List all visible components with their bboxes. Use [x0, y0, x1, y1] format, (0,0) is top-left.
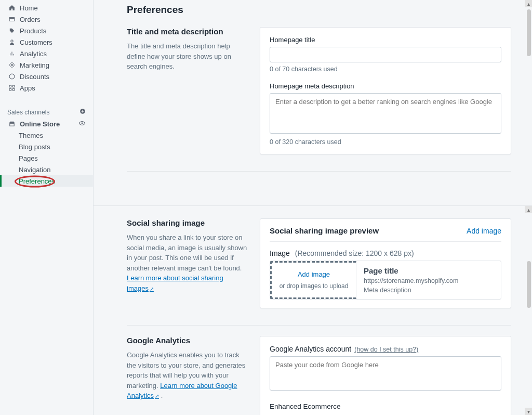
add-channel-icon[interactable]	[79, 108, 86, 116]
learn-social-sharing-link[interactable]: Learn more about social sharing images↗	[127, 274, 223, 292]
subnav-label: Blog posts	[19, 143, 50, 151]
section-title-meta: Title and meta description The title and…	[127, 27, 511, 166]
svg-point-19	[82, 122, 83, 124]
home-icon	[7, 4, 17, 11]
nav-discounts[interactable]: % Discounts	[0, 71, 93, 82]
discounts-icon: %	[7, 73, 17, 80]
nav-label: Online Store	[20, 120, 60, 128]
nav-label: Apps	[20, 84, 35, 92]
section-left: Social sharing image When you share a li…	[127, 218, 247, 293]
customers-icon	[7, 38, 17, 46]
section-description: When you share a link to your store on s…	[127, 232, 247, 293]
page-title: Preferences	[127, 4, 511, 16]
ga-account-label-row: Google Analytics account (how do I set t…	[270, 345, 501, 353]
apps-icon	[7, 84, 17, 92]
card-title: Social sharing image preview	[270, 226, 379, 235]
sidebar: Home Orders Products Customers Analytics	[0, 0, 94, 415]
nav-analytics[interactable]: Analytics	[0, 48, 93, 59]
scroll-up-arrow[interactable]: ▴	[525, 0, 532, 7]
nav-label: Orders	[20, 16, 41, 23]
nav-online-store[interactable]: Online Store	[0, 118, 93, 129]
desc-text: When you share a link to your store on s…	[127, 234, 247, 272]
section-left: Title and meta description The title and…	[127, 27, 247, 72]
image-dropzone[interactable]: Add image or drop images to upload	[270, 261, 356, 299]
external-link-icon: ↗	[150, 286, 154, 292]
subnav-label: Navigation	[19, 166, 50, 174]
section-google-analytics: Google Analytics Google Analytics enable…	[127, 336, 511, 415]
homepage-title-label: Homepage title	[270, 36, 501, 44]
nav-apps[interactable]: Apps	[0, 82, 93, 94]
homepage-title-input[interactable]	[270, 47, 501, 62]
panel-preferences-top: ▴ Preferences Title and meta description…	[94, 0, 532, 206]
subnav-blog-posts[interactable]: Blog posts	[0, 141, 93, 152]
enhanced-ecommerce-desc: You must upgrade to the latest version o…	[270, 412, 501, 415]
subnav-label: Preferences	[19, 177, 55, 185]
products-icon	[7, 27, 17, 34]
svg-point-7	[10, 63, 14, 67]
meta-description-input[interactable]	[270, 93, 501, 134]
scrollbar-thumb[interactable]	[527, 261, 531, 308]
dropzone-helper: or drop images to upload	[280, 282, 349, 290]
svg-rect-0	[9, 18, 15, 21]
scrollbar-thumb[interactable]	[527, 9, 531, 56]
subnav-themes[interactable]: Themes	[0, 129, 93, 141]
preview-page-title: Page title	[364, 266, 494, 275]
svg-rect-12	[12, 85, 15, 87]
section-description: The title and meta description help defi…	[127, 41, 247, 72]
nav-products[interactable]: Products	[0, 25, 93, 36]
nav-label: Analytics	[20, 50, 47, 58]
social-preview-row: Add image or drop images to upload Page …	[270, 261, 501, 300]
ga-howto-link[interactable]: (how do I set this up?)	[354, 346, 418, 353]
nav-label: Customers	[20, 38, 52, 46]
card-social-sharing: Social sharing image preview Add image I…	[260, 218, 511, 308]
section-heading: Google Analytics	[127, 336, 247, 345]
nav-label: Marketing	[20, 61, 49, 69]
view-store-icon[interactable]	[78, 120, 86, 128]
nav-customers[interactable]: Customers	[0, 36, 93, 48]
card-google-analytics: Google Analytics account (how do I set t…	[260, 336, 511, 415]
subnav-label: Themes	[19, 132, 43, 139]
subnav-navigation[interactable]: Navigation	[0, 164, 93, 175]
dropzone-add-link[interactable]: Add image	[298, 270, 330, 278]
analytics-icon	[7, 50, 17, 57]
marketing-icon	[7, 61, 17, 69]
subnav-pages[interactable]: Pages	[0, 152, 93, 164]
section-social-sharing: Social sharing image When you share a li…	[127, 218, 511, 320]
section-header-label: Sales channels	[7, 109, 49, 116]
nav-label: Products	[20, 27, 46, 35]
svg-point-3	[11, 40, 13, 42]
svg-rect-18	[10, 123, 14, 126]
image-field-label: Image	[270, 249, 290, 257]
add-image-link[interactable]: Add image	[467, 227, 501, 235]
section-divider	[127, 325, 511, 326]
social-preview-text: Page title https://storename.myshopify.c…	[356, 261, 501, 299]
enhanced-ecommerce-title: Enhanced Ecommerce	[270, 403, 501, 410]
desc-text: .	[159, 392, 163, 399]
meta-description-label: Homepage meta description	[270, 82, 501, 90]
scroll-up-arrow[interactable]: ▴	[525, 206, 532, 213]
nav-marketing[interactable]: Marketing	[0, 59, 93, 71]
ga-account-label: Google Analytics account	[270, 345, 351, 353]
svg-rect-14	[12, 88, 15, 90]
ga-code-input[interactable]	[270, 356, 501, 391]
title-char-helper: 0 of 70 characters used	[270, 66, 501, 73]
panel-preferences-bottom: ▴ ▾ Social sharing image When you share …	[94, 206, 532, 415]
app-root: Home Orders Products Customers Analytics	[0, 0, 532, 415]
nav-home[interactable]: Home	[0, 2, 93, 14]
subnav-label: Pages	[19, 154, 38, 162]
svg-rect-13	[9, 88, 11, 90]
scroll-down-arrow[interactable]: ▾	[525, 408, 532, 415]
section-heading: Social sharing image	[127, 218, 247, 227]
section-divider	[127, 171, 511, 172]
section-description: Google Analytics enables you to track th…	[127, 350, 247, 401]
subnav-preferences[interactable]: Preferences	[0, 175, 93, 187]
nav-label: Home	[20, 4, 38, 12]
section-heading: Title and meta description	[127, 27, 247, 36]
nav-orders[interactable]: Orders	[0, 14, 93, 25]
svg-point-8	[11, 64, 13, 66]
image-recommended-size: (Recommended size: 1200 x 628 px)	[295, 249, 414, 257]
card-header: Social sharing image preview Add image	[270, 226, 501, 242]
preview-url: https://storename.myshopify.com	[364, 277, 494, 284]
svg-rect-11	[9, 85, 11, 87]
orders-icon	[7, 16, 17, 23]
